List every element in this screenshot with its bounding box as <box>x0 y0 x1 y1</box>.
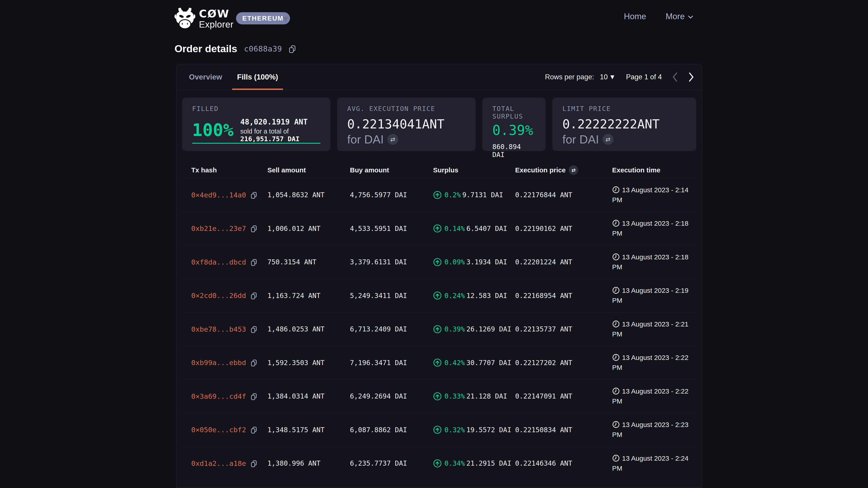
copy-icon <box>251 225 257 232</box>
copy-tx-hash-button[interactable] <box>251 192 257 199</box>
network-caret-icon[interactable]: ▼ <box>283 15 288 23</box>
prev-page-button[interactable] <box>662 72 678 82</box>
cow-logo-icon <box>174 8 196 29</box>
tx-hash-link[interactable]: 0xb21e...23e7 <box>191 224 246 232</box>
execution-time-cell: 13 August 2023 - 2:19 PM <box>612 286 696 305</box>
execution-price-invert-button[interactable]: ⇄ <box>569 165 578 175</box>
sell-amount-cell: 1,163.724 ANT <box>268 292 350 300</box>
limit-price-invert-button[interactable]: ⇄ <box>602 134 614 145</box>
copy-icon <box>251 359 257 367</box>
network-selector[interactable]: ETHEREUM <box>236 12 290 24</box>
execution-time-text: 13 August 2023 - 2:23 PM <box>612 421 688 438</box>
wordmark-cow: CØW <box>199 8 234 19</box>
clock-icon <box>612 253 620 261</box>
total-surplus-label: TOTAL SURPLUS <box>492 105 536 120</box>
surplus-percent: 0.09% <box>444 258 465 266</box>
cow-explorer-logo[interactable]: CØW Explorer <box>174 8 234 29</box>
clock-icon <box>612 354 620 361</box>
tx-hash-link[interactable]: 0xd1a2...a18e <box>191 459 246 467</box>
execution-time-cell: 13 August 2023 - 2:18 PM <box>612 219 696 238</box>
nav-home[interactable]: Home <box>624 12 646 21</box>
copy-order-id-button[interactable] <box>289 45 296 53</box>
copy-tx-hash-button[interactable] <box>251 359 257 367</box>
clock-icon <box>612 454 620 462</box>
limit-price-unit: for DAI <box>562 133 599 146</box>
tx-hash-link[interactable]: 0xb99a...ebbd <box>191 359 246 367</box>
buy-amount-cell: 4,533.5951 DAI <box>350 225 433 232</box>
clock-icon <box>612 421 620 428</box>
avg-execution-price-card: AVG. EXECUTION PRICE 0.22134041ANT for D… <box>337 98 475 151</box>
stats-row: FILLED 100% 48,020.1919 ANT sold for a t… <box>182 98 696 151</box>
execution-price-cell: 0.22146346 ANT <box>515 459 612 467</box>
top-bar: CØW Explorer ETHEREUM ▼ Home More <box>0 0 868 38</box>
tx-hash-link[interactable]: 0xf8da...dbcd <box>191 258 246 266</box>
avg-price-invert-button[interactable]: ⇄ <box>388 134 398 145</box>
next-page-button[interactable] <box>678 72 694 82</box>
total-surplus-percent: 0.39% <box>492 123 536 137</box>
filled-sold-line: sold for a total of 216,951.757 DAI <box>240 128 320 143</box>
tx-hash-link[interactable]: 0×3a69...cd4f <box>191 392 246 400</box>
copy-icon <box>251 460 257 467</box>
rows-per-page-select[interactable]: 10 ▼ <box>600 73 614 81</box>
surplus-up-icon <box>433 358 442 367</box>
tx-hash-link[interactable]: 0×050e...cbf2 <box>191 426 246 434</box>
network-badge-label: ETHEREUM <box>242 15 284 22</box>
tab-fills-label: Fills (100%) <box>237 73 278 81</box>
sell-amount-cell: 1,486.0253 ANT <box>268 325 350 333</box>
surplus-up-icon <box>433 291 442 300</box>
surplus-cell: 0.42% 30.7707 DAI <box>433 358 515 367</box>
surplus-cell: 0.33% 21.128 DAI <box>433 392 515 400</box>
copy-icon <box>251 427 257 434</box>
copy-tx-hash-button[interactable] <box>251 393 257 400</box>
surplus-cell: 0.34% 21.2915 DAI <box>433 459 515 468</box>
sell-amount-cell: 1,054.8632 ANT <box>268 191 350 199</box>
rows-per-page-value: 10 <box>600 73 608 81</box>
chevron-right-icon <box>688 72 694 82</box>
surplus-up-icon <box>433 325 442 333</box>
surplus-cell: 0.24% 12.583 DAI <box>433 291 515 300</box>
surplus-up-icon <box>433 392 442 400</box>
filled-sold-total: 216,951.757 DAI <box>240 135 300 143</box>
tab-overview[interactable]: Overview <box>184 64 227 90</box>
execution-time-cell: 13 August 2023 - 2:22 PM <box>612 353 696 372</box>
copy-tx-hash-button[interactable] <box>251 427 257 434</box>
surplus-percent: 0.39% <box>444 325 465 333</box>
execution-price-cell: 0.22135737 ANT <box>515 325 612 333</box>
clock-icon <box>612 219 620 227</box>
tx-hash-link[interactable]: 0xbe78...b453 <box>191 325 246 333</box>
tab-fills[interactable]: Fills (100%) <box>232 64 283 90</box>
avg-price-label: AVG. EXECUTION PRICE <box>347 105 466 112</box>
title-row: Order details c0688a39 <box>175 43 296 55</box>
surplus-amount: 6.5407 DAI <box>466 225 507 232</box>
chevron-left-icon <box>672 72 678 82</box>
buy-amount-cell: 6,235.7737 DAI <box>350 459 433 467</box>
copy-tx-hash-button[interactable] <box>251 460 257 467</box>
clock-icon <box>612 387 620 395</box>
rows-per-page-label: Rows per page: <box>545 73 594 81</box>
surplus-percent: 0.2% <box>444 191 461 199</box>
pagination-controls: Rows per page: 10 ▼ Page 1 of 4 <box>545 64 694 90</box>
surplus-amount: 26.1269 DAI <box>466 325 511 333</box>
surplus-percent: 0.34% <box>444 459 465 467</box>
copy-tx-hash-button[interactable] <box>251 225 257 232</box>
page-title: Order details <box>175 43 237 55</box>
execution-time-text: 13 August 2023 - 2:14 PM <box>612 186 688 203</box>
copy-tx-hash-button[interactable] <box>251 259 257 266</box>
tx-hash-link[interactable]: 0×4ed9...14a0 <box>191 191 246 199</box>
execution-time-text: 13 August 2023 - 2:22 PM <box>612 354 688 371</box>
copy-tx-hash-button[interactable] <box>251 326 257 333</box>
table-row: 0×050e...cbf2 1,348.5175 ANT 6,087.8862 … <box>182 413 696 447</box>
copy-icon <box>251 259 257 266</box>
total-surplus-card: TOTAL SURPLUS 0.39% 860.894 DAI <box>483 98 546 151</box>
tx-hash-cell: 0×2cd0...26dd <box>182 291 268 300</box>
tx-hash-link[interactable]: 0×2cd0...26dd <box>191 291 246 300</box>
sell-amount-cell: 1,348.5175 ANT <box>268 426 350 434</box>
table-row: 0xf8da...dbcd 750.3154 ANT 3,379.6131 DA… <box>182 245 696 279</box>
copy-tx-hash-button[interactable] <box>251 292 257 300</box>
table-row: 0xd1a2...a18e 1,380.996 ANT 6,235.7737 D… <box>182 447 696 480</box>
buy-amount-cell: 3,379.6131 DAI <box>350 258 433 266</box>
col-tx-hash: Tx hash <box>182 166 268 174</box>
nav-more[interactable]: More <box>666 12 693 21</box>
tx-hash-cell: 0xb99a...ebbd <box>182 359 268 367</box>
main-nav: Home More <box>624 12 693 21</box>
